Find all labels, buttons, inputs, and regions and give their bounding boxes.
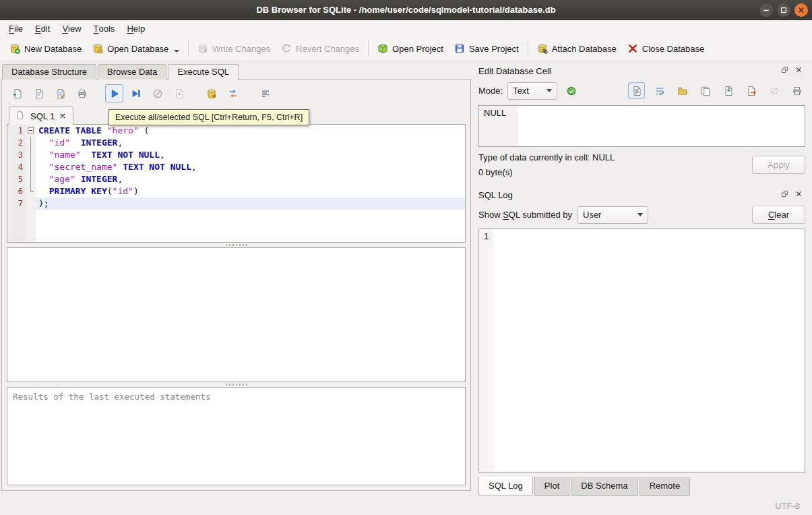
code-line: 3 "name" TEXT NOT NULL, [7,149,465,161]
tab-remote[interactable]: Remote [639,477,691,496]
close-database-button[interactable]: Close Database [622,40,710,57]
splitter-handle[interactable] [7,382,466,387]
save-project-label: Save Project [469,44,519,54]
menu-view[interactable]: View [56,20,87,36]
dropdown-caret-icon[interactable] [174,50,179,53]
minimize-icon [761,5,772,16]
sql-log-area[interactable]: 1 [478,229,805,473]
save-sql-as-icon [55,88,66,99]
code-text: "secret_name" TEXT NOT NULL, [36,161,465,173]
code-line: 6 PRIMARY KEY("id") [7,185,465,198]
copy-cell-button[interactable] [697,82,714,99]
export-cell-button[interactable] [743,82,759,99]
tab-db-schema[interactable]: DB Schema [571,477,637,496]
import-cell-button[interactable] [720,82,737,99]
splitter-handle[interactable] [7,243,466,247]
fold-column [26,198,36,210]
line-number: 1 [7,125,26,137]
line-number: 2 [7,137,26,149]
close-tab-icon[interactable] [59,112,67,120]
new-database-button[interactable]: New Database [4,40,87,57]
word-wrap-button[interactable] [651,82,668,99]
execute-line-button[interactable] [127,84,145,102]
menubar: FileEditViewToolsHelp [0,20,812,36]
tab-execute-sql[interactable]: Execute SQL [168,64,239,80]
fold-column [26,185,36,198]
menu-edit[interactable]: Edit [29,20,56,36]
menu-file[interactable]: File [3,20,29,36]
text-doc-icon [631,86,642,96]
execute-all-icon [109,88,120,99]
edit-cell-dock: Edit Database Cell Mode: Text [478,63,805,184]
execute-tooltip: Execute all/selected SQL [Ctrl+Return, F… [108,109,309,125]
open-in-editor-button[interactable] [674,82,691,99]
autodetect-button[interactable] [562,82,580,100]
open-project-label: Open Project [392,44,443,54]
close-database-label: Close Database [642,44,705,54]
close-panel-icon[interactable] [794,65,805,76]
statusbar: UTF-8 [0,496,812,515]
toolbar-separator [528,41,528,56]
bottom-tab-bar: SQL LogPlotDB SchemaRemote [478,477,805,496]
save-project-icon [454,43,465,54]
open-project-icon [377,43,388,54]
minimize-button[interactable] [759,3,773,17]
results-placeholder: Results of the last executed statements [13,392,211,402]
fold-column [26,173,36,185]
menu-tools[interactable]: Tools [88,20,121,36]
close-panel-icon[interactable] [794,189,805,200]
submitter-combobox[interactable]: User [577,206,648,224]
grip-dots-icon [226,384,247,386]
execute-all-button[interactable] [105,84,123,102]
clear-button[interactable]: Clear [752,206,805,224]
save-project-button[interactable]: Save Project [449,40,524,57]
main-tab-bar: Database StructureBrowse DataExecute SQL [0,61,476,80]
code-text: "id" INTEGER, [36,137,465,149]
sql-editor[interactable]: 1CREATE TABLE "hero" (2 "id" INTEGER,3 "… [7,124,466,243]
open-file-icon [677,86,688,96]
filter-label: Show SQL submitted by [478,210,572,220]
mode-value: Text [513,86,529,96]
dropdown-arrow-icon [637,213,643,216]
save-sql-file-icon [34,88,44,99]
line-number: 7 [7,198,26,210]
tab-plot[interactable]: Plot [534,477,569,496]
float-panel-icon[interactable] [780,189,791,200]
export-results-button[interactable] [202,84,220,102]
save-sql-file-button[interactable] [30,84,48,102]
toolbar-separator [188,41,189,56]
open-project-button[interactable]: Open Project [372,40,449,57]
cell-editor[interactable]: NULL [478,105,805,147]
tab-database-structure[interactable]: Database Structure [2,64,96,80]
maximize-button[interactable] [777,3,790,17]
line-number-gutter [7,210,26,242]
results-grid[interactable] [7,247,466,382]
encoding-indicator: UTF-8 [775,501,800,511]
find-replace-button[interactable] [224,84,242,102]
stop-button [148,84,166,102]
attach-database-button[interactable]: Attach Database [532,40,622,57]
fold-column [26,210,36,242]
tab-sql-log[interactable]: SQL Log [478,477,533,496]
open-sql-file-button[interactable] [8,84,26,102]
mode-combobox[interactable]: Text [507,82,557,100]
titlebar[interactable]: DB Browser for SQLite - /home/user/code/… [0,0,812,20]
sql-editor-tab[interactable]: SQL 1 [9,107,73,125]
tab-browse-data[interactable]: Browse Data [98,64,166,80]
fold-column [26,149,36,161]
float-panel-icon[interactable] [780,65,791,76]
format-sql-button[interactable] [256,84,274,102]
sql-log-dock: SQL Log Show SQL submitted by User Clear [478,187,805,473]
text-mode-button[interactable] [628,82,645,99]
print-cell-button[interactable] [788,82,805,99]
close-button[interactable] [794,3,808,17]
fold-collapse-icon[interactable] [28,127,34,133]
cell-edit-toolbar [628,82,805,99]
print-sql-button[interactable] [73,84,91,102]
apply-button[interactable]: Apply [752,156,805,174]
save-sql-as-button[interactable] [51,84,69,102]
maximize-icon [778,5,789,16]
open-database-button[interactable]: Open Database [87,40,185,57]
menu-help[interactable]: Help [121,20,151,36]
code-line: 5 "age" INTEGER, [7,173,465,185]
